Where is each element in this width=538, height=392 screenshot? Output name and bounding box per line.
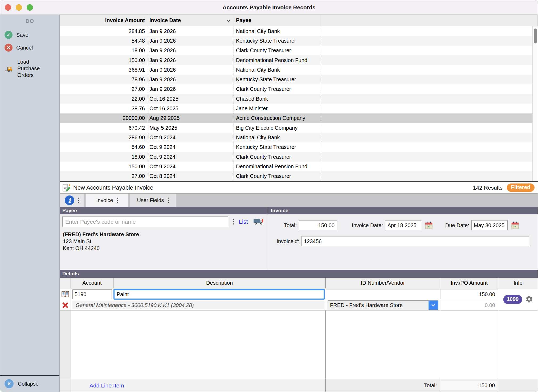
sort-chevron-down-icon	[226, 19, 231, 22]
payee-address-line2: Kent OH 44240	[63, 245, 268, 252]
truck-icon[interactable]	[253, 218, 264, 226]
description-input[interactable]	[113, 289, 325, 300]
ledger-book-icon	[61, 291, 69, 298]
details-columns-header: Account Description ID Number/Vendor Inv…	[60, 278, 538, 288]
kebab-icon[interactable]	[117, 198, 118, 203]
cell-invoice-date: Aug 29 2025	[147, 113, 234, 123]
invoice-record-row[interactable]: 20000.00 Aug 29 2025 Acme Construction C…	[60, 113, 538, 123]
invoice-record-row[interactable]: 54.60 Oct 9 2024 Kentucky State Treasure…	[60, 142, 538, 152]
vertical-scrollbar[interactable]	[532, 26, 538, 181]
column-header-payee[interactable]: Payee	[234, 15, 321, 26]
details-empty-body	[60, 311, 538, 379]
cell-filler	[321, 65, 538, 75]
invoice-date-label: Invoice Date:	[352, 222, 383, 228]
records-table-body: 284.85 Jan 9 2026 National City Bank 54.…	[60, 26, 538, 181]
new-invoice-bar: New Accounts Payable Invoice 142 Results…	[60, 182, 538, 194]
load-purchase-orders-label: Load Purchase Orders	[17, 59, 47, 79]
account-lookup-button[interactable]	[60, 288, 71, 300]
cell-invoice-amount: 368.91	[60, 65, 147, 75]
invoice-number-input[interactable]	[301, 236, 529, 246]
collapse-label: Collapse	[18, 381, 39, 387]
filtered-badge[interactable]: Filtered	[507, 183, 535, 192]
payee-panel-header: Payee	[60, 207, 268, 214]
cell-filler	[321, 36, 538, 46]
app-window: Accounts Payable Invoice Records DO ✓ Sa…	[0, 0, 538, 392]
invoice-number-label: Invoice #:	[271, 238, 299, 244]
x-icon: ✕	[5, 44, 13, 52]
invoice-record-row[interactable]: 679.42 May 5 2025 Big City Electric Comp…	[60, 123, 538, 133]
due-date-input[interactable]	[471, 220, 508, 230]
po-amount-value: 0.00	[440, 300, 498, 310]
column-header-invoice-amount[interactable]: Invoice Amount	[60, 15, 147, 26]
payee-search-input[interactable]	[62, 217, 228, 227]
kebab-icon[interactable]	[233, 219, 234, 224]
vendor-dropdown[interactable]: FRED - Fred's Hardware Store	[328, 300, 438, 310]
cell-filler	[321, 113, 538, 123]
invoice-record-row[interactable]: 150.00 Oct 9 2024 Denominational Pension…	[60, 162, 538, 171]
invoice-record-row[interactable]: 27.00 Jan 9 2026 Clark County Treasurer	[60, 84, 538, 94]
invoice-record-row[interactable]: 18.00 Oct 9 2024 Clark County Treasurer	[60, 152, 538, 162]
cell-invoice-date: Oct 8 2024	[147, 171, 234, 181]
invoice-record-row[interactable]: 27.00 Oct 8 2024 Clark County Treasurer	[60, 171, 538, 181]
column-header-invoice-date[interactable]: Invoice Date	[147, 15, 234, 26]
details-panel: Details Account Description ID Number/Ve…	[60, 270, 538, 392]
delete-line-item-button[interactable]	[60, 300, 71, 310]
collapse-button[interactable]: « Collapse	[0, 375, 59, 392]
chevron-down-icon[interactable]	[429, 301, 438, 310]
title-bar: Accounts Payable Invoice Records	[0, 0, 538, 15]
results-count: 142 Results	[473, 185, 503, 191]
cancel-button[interactable]: ✕ Cancel	[0, 41, 59, 54]
save-button[interactable]: ✓ Save	[0, 28, 59, 41]
cell-filler	[321, 152, 538, 162]
invoice-record-row[interactable]: 150.00 Jan 9 2026 Denominational Pension…	[60, 55, 538, 65]
tab-user-fields[interactable]: User Fields	[130, 194, 176, 207]
cell-invoice-date: Jan 9 2026	[147, 36, 234, 46]
cell-payee: National City Bank	[234, 133, 321, 142]
cell-payee: Clark County Treasurer	[234, 152, 321, 162]
cell-invoice-date: Oct 16 2025	[147, 94, 234, 104]
cell-payee: Kentucky State Treasurer	[234, 36, 321, 46]
cell-invoice-amount: 27.00	[60, 171, 147, 181]
invoice-record-row[interactable]: 54.48 Jan 9 2026 Kentucky State Treasure…	[60, 36, 538, 46]
cell-filler	[321, 133, 538, 142]
invoice-record-row[interactable]: 22.00 Oct 16 2025 Chased Bank	[60, 94, 538, 104]
cell-invoice-amount: 22.00	[60, 94, 147, 104]
inv-po-amount-value[interactable]: 150.00	[440, 289, 498, 299]
tab-info[interactable]: i	[60, 194, 84, 207]
invoice-record-row[interactable]: 78.96 Jan 9 2026 Kentucky State Treasure…	[60, 75, 538, 84]
cell-invoice-date: Oct 9 2024	[147, 152, 234, 162]
gear-icon[interactable]	[525, 295, 533, 303]
cell-invoice-date: Jan 9 2026	[147, 75, 234, 84]
cell-filler	[321, 123, 538, 133]
payee-name: (FRED) Fred's Hardware Store	[63, 231, 268, 238]
invoice-record-row[interactable]: 286.90 Oct 9 2024 National City Bank	[60, 133, 538, 142]
cell-invoice-date: May 5 2025	[147, 123, 234, 133]
payee-address-block: (FRED) Fred's Hardware Store 123 Main St…	[60, 227, 268, 252]
calendar-icon[interactable]	[510, 220, 520, 230]
details-panel-header: Details	[60, 270, 538, 278]
cell-invoice-amount: 78.96	[60, 75, 147, 84]
kebab-icon[interactable]	[168, 198, 169, 203]
scrollbar-thumb[interactable]	[534, 28, 537, 43]
cell-payee: Acme Construction Company	[234, 113, 321, 123]
cell-filler	[321, 104, 538, 113]
total-input[interactable]	[299, 220, 337, 230]
kebab-icon[interactable]	[78, 198, 79, 203]
invoice-record-row[interactable]: 284.85 Jan 9 2026 National City Bank	[60, 26, 538, 36]
load-purchase-orders-button[interactable]: Load Purchase Orders	[0, 56, 59, 81]
payee-list-link[interactable]: List	[239, 218, 248, 225]
add-line-item-link[interactable]: Add Line Item	[89, 382, 124, 389]
invoice-record-row[interactable]: 18.00 Jan 9 2026 Clark County Treasurer	[60, 46, 538, 55]
tab-bar: i Invoice User Fields	[60, 194, 538, 207]
badge-1099[interactable]: 1099	[503, 295, 522, 304]
id-number-vendor-input[interactable]	[326, 289, 440, 299]
account-input[interactable]	[72, 289, 112, 299]
cell-payee: Kentucky State Treasurer	[234, 75, 321, 84]
due-date-label: Due Date:	[445, 222, 469, 228]
tab-invoice[interactable]: Invoice	[86, 194, 128, 207]
invoice-date-input[interactable]	[385, 220, 421, 230]
calendar-icon[interactable]	[424, 220, 434, 230]
cell-invoice-amount: 286.90	[60, 133, 147, 142]
invoice-record-row[interactable]: 38.76 Oct 16 2025 Jane Minister	[60, 104, 538, 113]
invoice-record-row[interactable]: 368.91 Jan 9 2026 National City Bank	[60, 65, 538, 75]
